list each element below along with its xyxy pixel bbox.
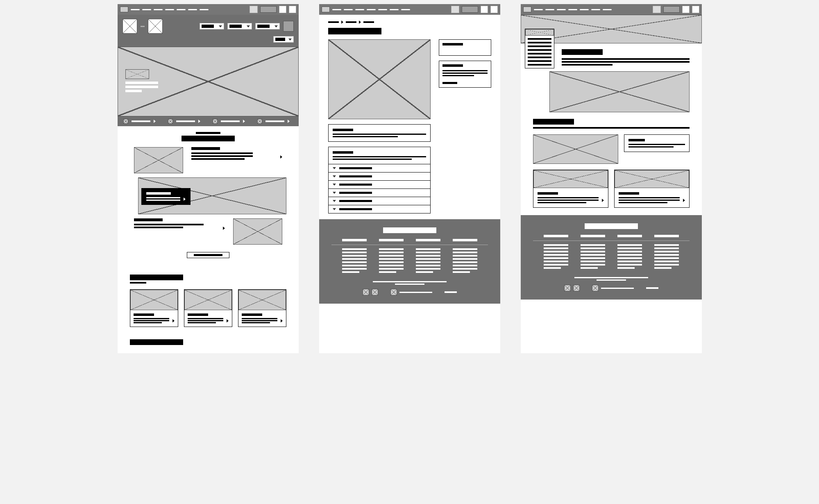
nav-link[interactable] [142, 9, 151, 10]
crumb [363, 21, 374, 23]
browser-bar [521, 4, 702, 15]
footer-legal[interactable] [445, 291, 457, 293]
crumb[interactable] [346, 21, 356, 23]
nav-link[interactable] [580, 9, 589, 10]
sidebar-box [439, 61, 491, 88]
card[interactable] [238, 289, 286, 327]
dropdown[interactable] [255, 23, 280, 30]
cta-button[interactable] [187, 252, 229, 258]
dropdown[interactable] [227, 23, 252, 30]
social-icon[interactable] [363, 289, 369, 295]
nav-link[interactable] [367, 9, 376, 10]
nav-link[interactable] [591, 9, 600, 10]
nav-link[interactable] [545, 9, 554, 10]
action-button[interactable] [283, 21, 294, 32]
card[interactable] [533, 170, 608, 208]
dropdown[interactable] [273, 36, 294, 43]
section-header [118, 126, 299, 147]
menu-item[interactable] [528, 45, 551, 47]
nav-link[interactable] [401, 9, 410, 10]
article-wireframe [319, 4, 500, 353]
logo-icon [322, 7, 330, 12]
nav-link[interactable] [188, 9, 197, 10]
feature-row [134, 147, 282, 173]
util-icon[interactable] [490, 6, 498, 13]
nav-link[interactable] [154, 9, 163, 10]
nav-link[interactable] [131, 9, 140, 10]
card[interactable] [184, 289, 232, 327]
subnav-item[interactable] [213, 119, 245, 124]
search-button[interactable] [462, 6, 478, 13]
input-icon[interactable] [451, 6, 459, 13]
dropdown-menu[interactable] [525, 29, 554, 68]
footer-col [379, 248, 404, 273]
menu-item[interactable] [528, 57, 551, 58]
input-icon[interactable] [250, 6, 258, 13]
footer-legal[interactable] [646, 287, 658, 289]
subnav-item[interactable] [123, 119, 156, 124]
feature-overlay-card[interactable] [141, 188, 191, 205]
nav-link[interactable] [332, 9, 341, 10]
hero-subnav [118, 116, 299, 126]
util-icon[interactable] [279, 6, 286, 13]
description-box [328, 124, 431, 142]
social-icon[interactable] [564, 285, 571, 291]
nav-link[interactable] [534, 9, 543, 10]
nav-link[interactable] [603, 9, 612, 10]
feature-row [134, 218, 282, 245]
footer-col-head [617, 235, 642, 237]
nav-link[interactable] [557, 9, 566, 10]
main-image [328, 39, 431, 119]
footer-col-head [453, 239, 477, 241]
arrow-right-icon[interactable] [280, 155, 282, 159]
sidebar-link[interactable] [442, 82, 457, 84]
nav-link[interactable] [378, 9, 387, 10]
hero-text [125, 82, 158, 84]
content-image [533, 134, 618, 164]
util-icon[interactable] [481, 6, 488, 13]
crumb[interactable] [328, 21, 339, 23]
accordion-item[interactable] [329, 180, 430, 188]
accordion-item[interactable] [329, 197, 430, 205]
nav-link[interactable] [344, 9, 353, 10]
input-icon[interactable] [653, 6, 661, 13]
accordion-item[interactable] [329, 172, 430, 180]
subnav-item[interactable] [257, 119, 290, 124]
accordion-item[interactable] [329, 188, 430, 197]
nav-link[interactable] [390, 9, 399, 10]
nav-link[interactable] [177, 9, 186, 10]
nav-links [131, 9, 247, 10]
footer-col-head [654, 235, 679, 237]
card[interactable] [614, 170, 690, 208]
social-icon[interactable] [372, 289, 378, 295]
menu-item[interactable] [528, 64, 551, 66]
menu-item[interactable] [528, 49, 551, 51]
accordion [328, 147, 431, 213]
menu-item[interactable] [528, 38, 551, 40]
menu-item[interactable] [528, 42, 551, 43]
menu-item[interactable] [528, 60, 551, 62]
sidebar-box [439, 39, 491, 56]
accordion-item[interactable] [329, 164, 430, 172]
logo-box [148, 19, 163, 34]
feature-image [134, 147, 183, 173]
arrow-right-icon[interactable] [223, 227, 225, 230]
nav-link[interactable] [568, 9, 577, 10]
accordion-item[interactable] [329, 205, 430, 213]
nav-link[interactable] [355, 9, 364, 10]
footer-col-head [416, 239, 440, 241]
search-button[interactable] [260, 6, 277, 13]
wide-image [549, 71, 690, 112]
nav-link[interactable] [165, 9, 174, 10]
util-icon[interactable] [692, 6, 699, 13]
menu-item[interactable] [528, 53, 551, 54]
dropdown[interactable] [200, 23, 224, 30]
util-icon[interactable] [289, 6, 296, 13]
page-title [328, 28, 381, 34]
social-icon[interactable] [573, 285, 580, 291]
nav-link[interactable] [200, 9, 209, 10]
card[interactable] [130, 289, 178, 327]
util-icon[interactable] [682, 6, 690, 13]
search-button[interactable] [663, 6, 680, 13]
subnav-item[interactable] [168, 119, 200, 124]
